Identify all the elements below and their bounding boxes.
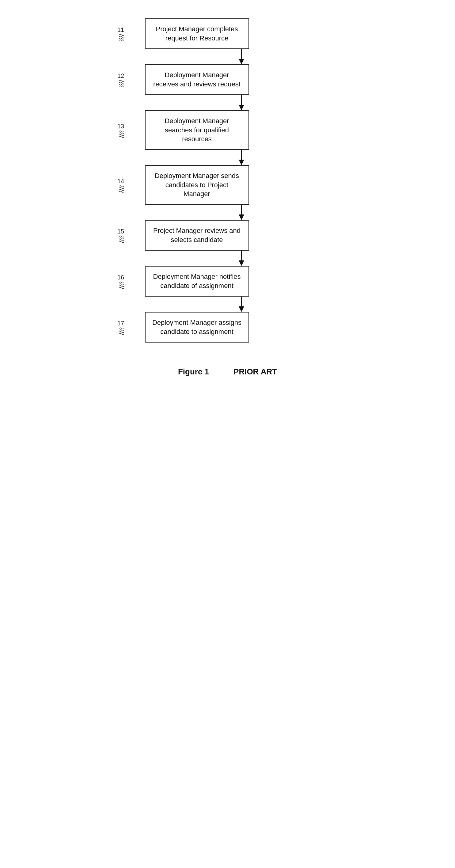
prior-art-label: PRIOR ART (234, 367, 277, 377)
step-box-130: Deployment Manager searches for qualifie… (145, 110, 249, 150)
arrow-6 (189, 297, 294, 312)
wavy-icon-160: 160 (117, 273, 124, 293)
step-box-170: Deployment Manager assigns candidate to … (145, 312, 249, 343)
step-text-130: Deployment Manager searches for qualifie… (152, 117, 242, 144)
wavy-icon-170: 170 (117, 319, 124, 339)
wavy-icon-130: 130 (117, 122, 124, 142)
svg-text:130: 130 (117, 123, 124, 130)
wavy-icon-150: 150 (117, 227, 124, 247)
step-label-160: 160 (117, 270, 145, 293)
step-label-150: 150 (117, 224, 145, 247)
svg-text:120: 120 (117, 72, 124, 79)
step-row-170: 170 Deployment Manager assigns candidate… (117, 312, 338, 343)
step-box-160: Deployment Manager notifies candidate of… (145, 266, 249, 297)
step-row-160: 160 Deployment Manager notifies candidat… (117, 266, 338, 297)
step-text-160: Deployment Manager notifies candidate of… (152, 272, 242, 290)
step-text-140: Deployment Manager sends candidates to P… (152, 171, 242, 198)
svg-marker-2 (239, 59, 244, 64)
step-label-140: 140 (117, 174, 145, 197)
page: 110 Project Manager completes request fo… (105, 0, 350, 401)
step-row-150: 150 Project Manager reviews and selects … (117, 220, 338, 251)
svg-marker-14 (239, 260, 244, 266)
svg-text:160: 160 (117, 274, 124, 281)
step-row-110: 110 Project Manager completes request fo… (117, 19, 338, 49)
arrow-4 (189, 205, 294, 220)
svg-text:140: 140 (117, 178, 124, 184)
svg-text:170: 170 (117, 320, 124, 327)
wavy-icon-140: 140 (117, 177, 124, 197)
arrow-3 (189, 150, 294, 165)
svg-text:110: 110 (117, 26, 124, 33)
arrow-1 (189, 49, 294, 64)
svg-text:150: 150 (117, 228, 124, 235)
step-text-170: Deployment Manager assigns candidate to … (152, 318, 242, 336)
svg-marker-17 (239, 306, 244, 312)
step-box-110: Project Manager completes request for Re… (145, 19, 249, 49)
figure-label: Figure 1 (178, 367, 209, 377)
step-label-120: 120 (117, 68, 145, 91)
step-label-170: 170 (117, 316, 145, 339)
arrow-2 (189, 95, 294, 110)
step-box-140: Deployment Manager sends candidates to P… (145, 165, 249, 205)
step-label-130: 130 (117, 119, 145, 142)
step-text-120: Deployment Manager receives and reviews … (152, 70, 242, 89)
step-box-150: Project Manager reviews and selects cand… (145, 220, 249, 251)
figure-caption: Figure 1 PRIOR ART (117, 367, 338, 377)
wavy-icon-110: 110 (117, 25, 124, 45)
step-row-130: 130 Deployment Manager searches for qual… (117, 110, 338, 150)
step-row-140: 140 Deployment Manager sends candidates … (117, 165, 338, 205)
step-row-120: 120 Deployment Manager receives and revi… (117, 64, 338, 95)
step-box-120: Deployment Manager receives and reviews … (145, 64, 249, 95)
svg-marker-5 (239, 105, 244, 110)
diagram-container: 110 Project Manager completes request fo… (117, 19, 338, 343)
arrow-5 (189, 251, 294, 266)
step-label-110: 110 (117, 22, 145, 45)
step-text-110: Project Manager completes request for Re… (152, 25, 242, 42)
svg-marker-11 (239, 214, 244, 220)
step-text-150: Project Manager reviews and selects cand… (152, 226, 242, 244)
wavy-icon-120: 120 (117, 71, 124, 91)
svg-marker-8 (239, 160, 244, 165)
